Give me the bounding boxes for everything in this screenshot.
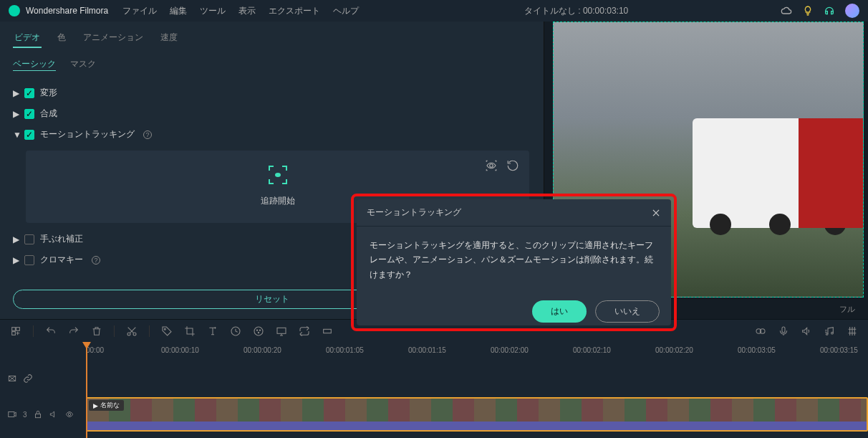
project-title: タイトルなし : 00:00:03:10 <box>372 5 781 17</box>
full-label[interactable]: フル <box>839 304 855 315</box>
section-transform[interactable]: ▶ ✓ 変形 <box>10 82 534 103</box>
tick: 00:00:02:20 <box>655 346 693 354</box>
marker-icon[interactable] <box>847 325 858 337</box>
menu-file[interactable]: ファイル <box>122 5 157 17</box>
tab-color[interactable]: 色 <box>56 29 67 48</box>
tag-icon[interactable] <box>161 325 173 337</box>
yes-button[interactable]: はい <box>532 300 587 323</box>
audio-icon[interactable] <box>801 325 812 337</box>
tick: 00:00:02:10 <box>573 346 611 354</box>
mute-icon[interactable] <box>49 409 59 419</box>
track-target-icon[interactable] <box>266 163 289 186</box>
menu-edit[interactable]: 編集 <box>170 5 187 17</box>
menu-tools[interactable]: ツール <box>200 5 226 17</box>
time-ruler[interactable]: 00:00 00:00:00:10 00:00:00:20 00:00:01:0… <box>0 342 868 361</box>
redo-icon[interactable] <box>68 325 79 337</box>
no-button[interactable]: いいえ <box>595 300 660 323</box>
subtab-mask[interactable]: マスク <box>70 58 96 71</box>
svg-point-18 <box>826 333 828 335</box>
crop-icon[interactable] <box>184 325 196 337</box>
headset-icon[interactable] <box>824 5 835 16</box>
svg-point-9 <box>254 327 263 335</box>
link-icon[interactable] <box>23 373 33 384</box>
svg-point-0 <box>490 164 493 168</box>
menu-help[interactable]: ヘルプ <box>333 5 359 17</box>
label-compose: 合成 <box>40 108 57 120</box>
user-avatar[interactable] <box>845 4 859 18</box>
mix-icon[interactable] <box>755 325 766 337</box>
delete-icon[interactable] <box>91 325 102 337</box>
chevron-right-icon: ▶ <box>13 255 19 265</box>
tick: 00:00:01:05 <box>326 346 364 354</box>
svg-rect-22 <box>35 414 40 417</box>
label-transform: 変形 <box>40 87 57 99</box>
track-header-row <box>7 361 868 396</box>
playhead[interactable] <box>86 342 87 438</box>
label-chroma: クロマキー <box>40 254 83 266</box>
app-name: Wondershare Filmora <box>26 6 108 16</box>
music-icon[interactable] <box>824 325 835 337</box>
tick: 00:00:03:05 <box>738 346 776 354</box>
timeline: 00:00 00:00:00:10 00:00:00:20 00:00:01:0… <box>0 342 868 438</box>
video-clip[interactable]: ▶ 名前な <box>86 397 868 432</box>
svg-point-10 <box>256 330 257 330</box>
svg-rect-2 <box>12 327 16 330</box>
section-compose[interactable]: ▶ ✓ 合成 <box>10 103 534 124</box>
svg-rect-4 <box>16 327 20 330</box>
svg-point-12 <box>258 332 259 333</box>
cloud-icon[interactable] <box>781 5 792 16</box>
checkbox-compose[interactable]: ✓ <box>24 109 34 119</box>
tick: 00:00:03:15 <box>820 346 858 354</box>
help-icon[interactable]: ? <box>143 130 152 139</box>
help-icon[interactable]: ? <box>92 256 100 265</box>
preview-truck-graphic <box>693 118 863 228</box>
checkbox-motion-tracking[interactable]: ✓ <box>24 130 34 140</box>
checkbox-chroma[interactable] <box>24 255 34 265</box>
track-count: 3 <box>23 411 27 419</box>
clip-label: ▶ 名前な <box>89 400 124 411</box>
chevron-right-icon: ▶ <box>13 88 19 98</box>
video-track-icon[interactable] <box>7 409 17 419</box>
eye-track-icon[interactable] <box>485 159 498 172</box>
svg-point-19 <box>831 332 834 334</box>
lock-icon[interactable] <box>33 409 43 419</box>
section-motion-tracking[interactable]: ▼ ✓ モーショントラッキング ? <box>10 124 534 145</box>
undo-icon[interactable] <box>45 325 57 337</box>
tab-speed[interactable]: 速度 <box>159 29 179 48</box>
more-icon[interactable] <box>322 325 333 337</box>
dialog-body: モーショントラッキングを適用すると、このクリップに適用されたキーフレームや、アニ… <box>357 227 671 293</box>
menu-export[interactable]: エクスポート <box>269 5 320 17</box>
screen-icon[interactable] <box>276 325 287 337</box>
tab-video[interactable]: ビデオ <box>13 29 42 48</box>
visibility-icon[interactable] <box>64 409 74 419</box>
svg-rect-13 <box>277 328 286 333</box>
svg-rect-14 <box>324 329 332 333</box>
lightbulb-icon[interactable] <box>802 5 814 16</box>
loop-icon[interactable] <box>299 325 310 337</box>
speed-icon[interactable] <box>230 325 241 337</box>
add-track-icon[interactable] <box>10 325 21 337</box>
dialog-highlight: モーショントラッキング モーショントラッキングを適用すると、このクリップに適用さ… <box>351 194 677 331</box>
reset-track-icon[interactable] <box>506 159 519 172</box>
color-icon[interactable] <box>253 325 264 337</box>
clip-icon[interactable] <box>7 373 17 384</box>
motion-tracking-dialog: モーショントラッキング モーショントラッキングを適用すると、このクリップに適用さ… <box>357 199 671 325</box>
menu-view[interactable]: 表示 <box>238 5 256 17</box>
text-icon[interactable] <box>207 325 218 337</box>
close-icon[interactable] <box>651 208 661 218</box>
tick: 00:00:01:15 <box>408 346 446 354</box>
mic-icon[interactable] <box>778 325 789 337</box>
cut-icon[interactable] <box>126 325 138 337</box>
top-menubar: Wondershare Filmora ファイル 編集 ツール 表示 エクスポー… <box>0 0 868 22</box>
svg-point-23 <box>68 413 71 416</box>
subtab-basic[interactable]: ベーシック <box>13 58 56 71</box>
label-motion-tracking: モーショントラッキング <box>40 128 135 141</box>
checkbox-transform[interactable]: ✓ <box>24 88 34 98</box>
app-logo-icon <box>9 5 20 16</box>
svg-rect-17 <box>782 327 785 333</box>
tab-animation[interactable]: アニメーション <box>82 29 145 48</box>
start-tracking-button[interactable]: 追跡開始 <box>261 195 295 207</box>
checkbox-stabilize[interactable] <box>24 234 34 244</box>
tick: 00:00:00:20 <box>243 346 281 354</box>
dialog-title: モーショントラッキング <box>367 206 461 219</box>
